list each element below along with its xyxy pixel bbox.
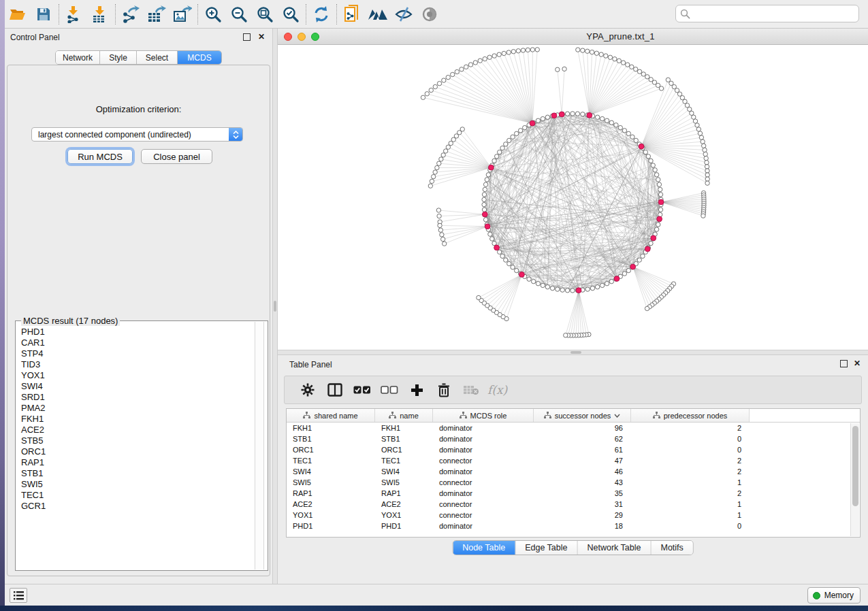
search-network-button[interactable]: [365, 3, 391, 26]
export-table-button[interactable]: [144, 3, 170, 26]
apply-layout-button[interactable]: [308, 3, 334, 26]
table-scrollbar-thumb[interactable]: [852, 426, 858, 506]
mcds-result-item[interactable]: CAR1: [16, 337, 256, 348]
optimization-criterion-value: largest connected component (undirected): [32, 130, 229, 139]
mcds-result-item[interactable]: FKH1: [16, 414, 256, 425]
zoom-fit-button[interactable]: [252, 3, 278, 26]
column-header-successor-nodes[interactable]: successor nodes: [534, 409, 631, 422]
mcds-result-item[interactable]: STP4: [16, 348, 256, 359]
column-header-name[interactable]: name: [375, 409, 433, 422]
save-session-button[interactable]: [31, 3, 57, 26]
delete-table-button-disabled: [457, 378, 485, 401]
show-all-button[interactable]: [417, 3, 443, 26]
table-row[interactable]: SWI5SWI5connector431: [287, 477, 860, 488]
network-graph[interactable]: [278, 45, 868, 350]
mcds-result-item[interactable]: TID3: [16, 359, 256, 370]
export-network-button[interactable]: [118, 3, 144, 26]
table-row[interactable]: ORC1ORC1dominator610: [287, 444, 860, 455]
splitter-grip[interactable]: [570, 351, 581, 354]
table-panel: Table Panel ✕ f(x): [278, 355, 868, 584]
vertical-splitter[interactable]: [272, 29, 278, 584]
column-header-shared-name[interactable]: shared name: [287, 409, 375, 422]
show-task-history-button[interactable]: [10, 588, 27, 603]
hide-selected-button[interactable]: [391, 3, 417, 26]
close-panel-icon[interactable]: ✕: [258, 32, 265, 42]
toolbar-separator: [59, 4, 59, 24]
binoculars-icon: [368, 7, 388, 22]
run-mcds-button[interactable]: Run MCDS: [67, 149, 133, 164]
network-document-button[interactable]: [339, 3, 365, 26]
search-box[interactable]: [675, 5, 859, 22]
table-cell: ACE2: [287, 499, 375, 510]
table-cell: 0: [631, 433, 750, 444]
toolbar-separator: [336, 4, 337, 24]
table-row[interactable]: PHD1PHD1dominator180: [287, 521, 860, 531]
table-row[interactable]: SWI4SWI4dominator462: [287, 466, 860, 477]
table-row[interactable]: FKH1FKH1dominator962: [287, 423, 860, 433]
mcds-result-item[interactable]: PMA2: [16, 403, 256, 414]
tab-network-table[interactable]: Network Table: [578, 541, 652, 555]
import-network-button[interactable]: [61, 3, 87, 26]
table-row[interactable]: STB1STB1dominator620: [287, 433, 860, 444]
mcds-result-item[interactable]: GCR1: [16, 501, 256, 512]
delete-columns-button[interactable]: [430, 378, 457, 401]
mcds-result-item[interactable]: TEC1: [16, 490, 256, 501]
mcds-result-scrollbar[interactable]: [255, 322, 264, 569]
table-row[interactable]: YOX1YOX1connector291: [287, 510, 860, 521]
mcds-result-item[interactable]: STB5: [16, 435, 256, 446]
tab-node-table[interactable]: Node Table: [453, 541, 515, 555]
import-table-button[interactable]: [87, 3, 113, 26]
column-header-predecessor-nodes[interactable]: predecessor nodes: [631, 409, 750, 422]
tab-network[interactable]: Network: [56, 51, 100, 64]
mcds-result-item[interactable]: RAP1: [16, 457, 256, 468]
mcds-result-item[interactable]: SWI4: [16, 381, 256, 392]
table-cell: SWI5: [375, 477, 433, 488]
mcds-result-item[interactable]: STB1: [16, 468, 256, 479]
splitter-grip[interactable]: [274, 301, 276, 312]
mcds-result-item[interactable]: YOX1: [16, 370, 256, 381]
search-input[interactable]: [694, 9, 854, 18]
tab-edge-table[interactable]: Edge Table: [515, 541, 577, 555]
float-panel-icon[interactable]: [243, 33, 251, 41]
tab-mcds[interactable]: MCDS: [178, 51, 221, 64]
unselect-all-columns-button[interactable]: [376, 378, 403, 401]
close-table-panel-icon[interactable]: ✕: [854, 359, 861, 368]
graph-nodes[interactable]: [421, 48, 709, 338]
close-panel-button[interactable]: Close panel: [141, 149, 212, 164]
optimization-criterion-select[interactable]: largest connected component (undirected): [31, 127, 243, 142]
mcds-result-item[interactable]: ORC1: [16, 446, 256, 457]
table-settings-button[interactable]: [294, 378, 321, 401]
mcds-result-box: MCDS result (17 nodes) PHD1CAR1STP4TID3Y…: [15, 320, 268, 571]
float-table-panel-icon[interactable]: [840, 360, 848, 367]
open-session-button[interactable]: [5, 3, 31, 26]
mcds-result-item[interactable]: ACE2: [16, 425, 256, 435]
column-header-MCDS-role[interactable]: MCDS role: [433, 409, 534, 422]
tab-select[interactable]: Select: [137, 51, 178, 64]
zoom-in-button[interactable]: [200, 3, 226, 26]
tab-style[interactable]: Style: [100, 51, 137, 64]
table-cell: connector: [433, 455, 534, 466]
node-table: shared namenameMCDS rolesuccessor nodesp…: [286, 408, 861, 538]
table-row[interactable]: TEC1TEC1connector472: [287, 455, 860, 466]
table-row[interactable]: RAP1RAP1dominator352: [287, 488, 860, 499]
zoom-out-button[interactable]: [226, 3, 252, 26]
horizontal-splitter[interactable]: [278, 350, 868, 355]
table-cell: RAP1: [375, 488, 433, 499]
mcds-result-item[interactable]: PHD1: [16, 327, 256, 337]
toggle-panel-mode-button[interactable]: [321, 378, 349, 401]
create-column-button[interactable]: [403, 378, 430, 401]
export-image-button[interactable]: [170, 3, 195, 26]
tab-motifs[interactable]: Motifs: [651, 541, 692, 555]
network-window-title: YPA_prune.txt_1: [278, 31, 868, 42]
select-all-columns-button[interactable]: [349, 378, 376, 401]
mcds-result-item[interactable]: SWI5: [16, 479, 256, 490]
table-scrollbar[interactable]: [850, 423, 859, 536]
table-row[interactable]: ACE2ACE2connector311: [287, 499, 860, 510]
unchecked-boxes-icon: [381, 386, 398, 395]
memory-button[interactable]: Memory: [807, 587, 861, 604]
control-panel: Control Panel ✕ Network Style Select MCD…: [5, 29, 272, 584]
mcds-result-item[interactable]: SRD1: [16, 392, 256, 403]
column-attribute-icon: [460, 412, 467, 419]
network-canvas[interactable]: [278, 45, 868, 350]
zoom-selected-button[interactable]: [278, 3, 304, 26]
